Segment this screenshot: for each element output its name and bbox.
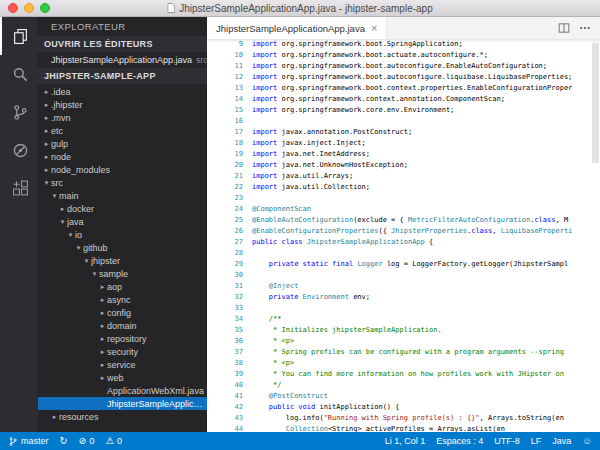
line-number[interactable]: 33 <box>207 303 243 314</box>
line-number[interactable]: 34 <box>207 314 243 325</box>
tree-folder-aop[interactable]: ▸aop <box>38 280 207 293</box>
code-line-16[interactable]: 16 <box>207 116 600 127</box>
activity-bar-item-source-control[interactable] <box>0 93 38 131</box>
open-editors-header[interactable]: OUVRIR LES ÉDITEURS <box>38 36 207 52</box>
code-line-38[interactable]: 38 * <p> <box>207 358 600 369</box>
line-number[interactable]: 9 <box>207 39 243 50</box>
code-line-13[interactable]: 13import org.springframework.boot.contex… <box>207 83 600 94</box>
tree-folder-sample[interactable]: ▾sample <box>38 267 207 280</box>
code-line-15[interactable]: 15import org.springframework.core.env.En… <box>207 105 600 116</box>
status-feedback[interactable]: ☺ <box>582 436 592 446</box>
status-warnings[interactable]: ⚠0 <box>105 436 122 446</box>
editor-scrollbar[interactable] <box>592 43 599 163</box>
line-number[interactable]: 40 <box>207 380 243 391</box>
line-number[interactable]: 30 <box>207 270 243 281</box>
status-indentation[interactable]: Espaces : 4 <box>436 436 483 446</box>
open-editor-item[interactable]: JhipsterSampleApplicationApp.javasrc/m..… <box>38 52 207 68</box>
status-sync[interactable]: ↻ <box>60 436 68 446</box>
tree-folder-jhipster[interactable]: ▾jhipster <box>38 254 207 267</box>
code-line-32[interactable]: 32 private Environment env; <box>207 292 600 303</box>
code-line-12[interactable]: 12import org.springframework.boot.autoco… <box>207 72 600 83</box>
code-line-36[interactable]: 36 * <p> <box>207 336 600 347</box>
minimize-window-button[interactable] <box>24 3 34 13</box>
code-line-35[interactable]: 35 * Initializes jhipsterSampleApplicati… <box>207 325 600 336</box>
code-line-44[interactable]: 44 Collection<String> activeProfiles = A… <box>207 424 600 432</box>
line-number[interactable]: 11 <box>207 61 243 72</box>
tree-folder-.jhipster[interactable]: ▸.jhipster <box>38 98 207 111</box>
line-number[interactable]: 41 <box>207 391 243 402</box>
tree-folder-service[interactable]: ▸service <box>38 358 207 371</box>
code-line-11[interactable]: 11import org.springframework.boot.autoco… <box>207 61 600 72</box>
line-number[interactable]: 38 <box>207 358 243 369</box>
code-line-22[interactable]: 22import java.util.Collection; <box>207 182 600 193</box>
line-number[interactable]: 27 <box>207 237 243 248</box>
code-line-39[interactable]: 39 * You can find more information on ho… <box>207 369 600 380</box>
code-line-26[interactable]: 26@EnableConfigurationProperties({ Jhips… <box>207 226 600 237</box>
line-number[interactable]: 23 <box>207 193 243 204</box>
code-line-23[interactable]: 23 <box>207 193 600 204</box>
line-number[interactable]: 43 <box>207 413 243 424</box>
code-line-40[interactable]: 40 */ <box>207 380 600 391</box>
tree-folder-main[interactable]: ▾main <box>38 189 207 202</box>
status-eol[interactable]: LF <box>531 436 542 446</box>
tree-folder-java[interactable]: ▾java <box>38 215 207 228</box>
folder-section-header[interactable]: JHIPSTER-SAMPLE-APP <box>38 68 207 84</box>
line-number[interactable]: 26 <box>207 226 243 237</box>
line-number[interactable]: 37 <box>207 347 243 358</box>
line-number[interactable]: 24 <box>207 204 243 215</box>
tree-folder-node[interactable]: ▸node <box>38 150 207 163</box>
code-line-19[interactable]: 19import java.net.InetAddress; <box>207 149 600 160</box>
tree-folder-async[interactable]: ▸async <box>38 293 207 306</box>
line-number[interactable]: 12 <box>207 72 243 83</box>
tree-folder-security[interactable]: ▸security <box>38 345 207 358</box>
code-line-43[interactable]: 43 log.info("Running with Spring profile… <box>207 413 600 424</box>
tree-folder-domain[interactable]: ▸domain <box>38 319 207 332</box>
tree-folder-repository[interactable]: ▸repository <box>38 332 207 345</box>
close-icon[interactable]: × <box>371 23 377 34</box>
line-number[interactable]: 15 <box>207 105 243 116</box>
line-number[interactable]: 25 <box>207 215 243 226</box>
code-line-17[interactable]: 17import javax.annotation.PostConstruct; <box>207 127 600 138</box>
code-line-28[interactable]: 28 <box>207 248 600 259</box>
status-branch[interactable]: master <box>8 436 49 447</box>
line-number[interactable]: 42 <box>207 402 243 413</box>
activity-bar-item-debug[interactable] <box>0 131 38 169</box>
line-number[interactable]: 20 <box>207 160 243 171</box>
line-number[interactable]: 29 <box>207 259 243 270</box>
line-number[interactable]: 13 <box>207 83 243 94</box>
line-number[interactable]: 14 <box>207 94 243 105</box>
code-line-37[interactable]: 37 * Spring profiles can be configured w… <box>207 347 600 358</box>
tree-folder-src[interactable]: ▾src <box>38 176 207 189</box>
tab-jhipstersampleapplicationapp[interactable]: JhipsterSampleApplicationApp.java × <box>207 17 387 39</box>
line-number[interactable]: 22 <box>207 182 243 193</box>
tree-folder-io[interactable]: ▾io <box>38 228 207 241</box>
tree-folder-config[interactable]: ▸config <box>38 306 207 319</box>
code-line-18[interactable]: 18import javax.inject.Inject; <box>207 138 600 149</box>
code-line-42[interactable]: 42 public void initApplication() { <box>207 402 600 413</box>
tree-folder-resources[interactable]: ▸resources <box>38 410 207 423</box>
status-language-mode[interactable]: Java <box>552 436 571 446</box>
line-number[interactable]: 16 <box>207 116 243 127</box>
close-window-button[interactable] <box>8 3 18 13</box>
line-number[interactable]: 44 <box>207 424 243 432</box>
activity-bar-item-explorer[interactable] <box>0 17 38 55</box>
code-line-25[interactable]: 25@EnableAutoConfiguration(exclude = { M… <box>207 215 600 226</box>
line-number[interactable]: 10 <box>207 50 243 61</box>
status-cursor-position[interactable]: Li 1, Col 1 <box>385 436 426 446</box>
more-actions-icon[interactable] <box>579 22 591 34</box>
tree-folder-.idea[interactable]: ▸.idea <box>38 85 207 98</box>
split-editor-icon[interactable] <box>558 22 570 34</box>
line-number[interactable]: 39 <box>207 369 243 380</box>
status-errors[interactable]: ⊘0 <box>78 436 94 446</box>
status-encoding[interactable]: UTF-8 <box>494 436 520 446</box>
tree-file-applicationwebxml.java[interactable]: ApplicationWebXml.java <box>38 384 207 397</box>
line-number[interactable]: 35 <box>207 325 243 336</box>
line-number[interactable]: 36 <box>207 336 243 347</box>
code-line-21[interactable]: 21import java.util.Arrays; <box>207 171 600 182</box>
tree-folder-node_modules[interactable]: ▸node_modules <box>38 163 207 176</box>
tree-folder-gulp[interactable]: ▸gulp <box>38 137 207 150</box>
tree-file-jhipstersampleapplicationapp.java[interactable]: JhipsterSampleApplicationApp.java <box>38 397 207 410</box>
line-number[interactable]: 32 <box>207 292 243 303</box>
code-line-14[interactable]: 14import org.springframework.context.ann… <box>207 94 600 105</box>
code-line-33[interactable]: 33 <box>207 303 600 314</box>
